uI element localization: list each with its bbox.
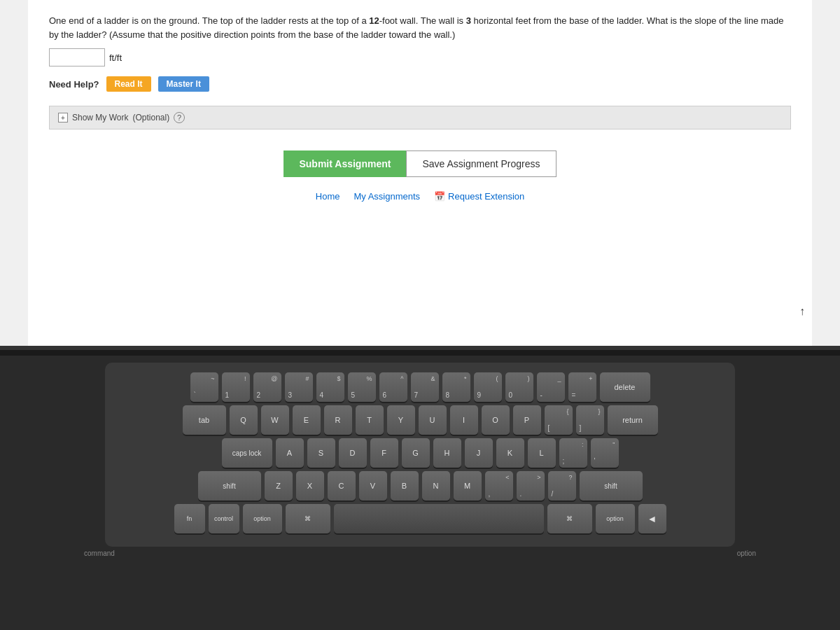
key-slash[interactable]: ?/ xyxy=(548,471,576,500)
key-i[interactable]: I xyxy=(450,405,478,435)
answer-input[interactable] xyxy=(49,48,105,66)
key-s[interactable]: S xyxy=(307,438,335,468)
answer-row: ft/ft xyxy=(49,48,791,66)
nav-row: Home My Assignments 📅 Request Extension xyxy=(49,191,791,202)
action-buttons-row: Submit Assignment Save Assignment Progre… xyxy=(49,150,791,177)
bottom-row: fn control option ⌘ ⌘ option ◄ xyxy=(116,504,724,533)
key-o[interactable]: O xyxy=(482,405,510,435)
show-my-work-qualifier: (Optional) xyxy=(132,113,169,122)
key-p[interactable]: P xyxy=(513,405,541,435)
key-0[interactable]: )0 xyxy=(505,372,533,402)
keyboard-area: ~` !1 @2 #3 $4 %5 ^6 &7 *8 (9 )0 _- += d… xyxy=(0,356,840,630)
key-minus[interactable]: _- xyxy=(537,372,565,402)
key-u[interactable]: U xyxy=(419,405,447,435)
need-help-label: Need Help? xyxy=(49,79,99,90)
key-f[interactable]: F xyxy=(370,438,398,468)
key-2[interactable]: @2 xyxy=(253,372,281,402)
key-n[interactable]: N xyxy=(422,471,450,500)
delete-key[interactable]: delete xyxy=(600,372,650,402)
key-z[interactable]: Z xyxy=(265,471,293,500)
key-9[interactable]: (9 xyxy=(474,372,502,402)
home-link[interactable]: Home xyxy=(316,191,340,202)
key-e[interactable]: E xyxy=(293,405,321,435)
space-key[interactable] xyxy=(334,504,544,533)
calendar-icon: 📅 xyxy=(434,191,445,202)
key-b[interactable]: B xyxy=(391,471,419,500)
key-8[interactable]: *8 xyxy=(442,372,470,402)
tab-key[interactable]: tab xyxy=(183,405,226,435)
right-option-key[interactable]: option xyxy=(596,504,635,533)
key-j[interactable]: J xyxy=(465,438,493,468)
key-semicolon[interactable]: :; xyxy=(559,438,587,468)
screen-content: One end of a ladder is on the ground. Th… xyxy=(28,0,812,346)
scroll-arrow: ↑ xyxy=(799,305,805,318)
key-w[interactable]: W xyxy=(261,405,289,435)
left-shift-key[interactable]: shift xyxy=(198,471,261,500)
key-6[interactable]: ^6 xyxy=(379,372,407,402)
command-label: command xyxy=(84,550,115,557)
laptop-screen: One end of a ladder is on the ground. Th… xyxy=(0,0,840,350)
key-4[interactable]: $4 xyxy=(316,372,344,402)
return-key[interactable]: return xyxy=(608,405,658,435)
caps-lock-key[interactable]: caps lock xyxy=(222,438,272,468)
right-command-key[interactable]: ⌘ xyxy=(547,504,592,533)
save-progress-button[interactable]: Save Assignment Progress xyxy=(406,150,556,177)
key-m[interactable]: M xyxy=(454,471,482,500)
screen-bezel xyxy=(0,350,840,356)
unit-label: ft/ft xyxy=(109,52,122,63)
key-q[interactable]: Q xyxy=(230,405,258,435)
key-1[interactable]: !1 xyxy=(222,372,250,402)
key-bracket-open[interactable]: {[ xyxy=(545,405,573,435)
key-v[interactable]: V xyxy=(359,471,387,500)
left-command-key[interactable]: ⌘ xyxy=(286,504,330,533)
key-r[interactable]: R xyxy=(324,405,352,435)
asdf-row: caps lock A S D F G H J K L :; "' xyxy=(116,438,724,468)
left-option-key[interactable]: option xyxy=(243,504,282,533)
request-extension-link[interactable]: 📅 Request Extension xyxy=(434,191,524,202)
qwerty-row: tab Q W E R T Y U I O P {[ }] return xyxy=(116,405,724,435)
key-bracket-close[interactable]: }] xyxy=(576,405,604,435)
key-3[interactable]: #3 xyxy=(285,372,313,402)
key-d[interactable]: D xyxy=(339,438,367,468)
master-it-button[interactable]: Master It xyxy=(158,76,209,92)
number-row: ~` !1 @2 #3 $4 %5 ^6 &7 *8 (9 )0 _- += d… xyxy=(116,372,724,402)
keyboard-bottom-labels: command option xyxy=(14,550,826,557)
key-quote[interactable]: "' xyxy=(591,438,619,468)
right-shift-key[interactable]: shift xyxy=(580,471,643,500)
key-k[interactable]: K xyxy=(496,438,524,468)
show-my-work-section[interactable]: + Show My Work (Optional) ? xyxy=(49,106,791,130)
key-l[interactable]: L xyxy=(528,438,556,468)
key-c[interactable]: C xyxy=(328,471,356,500)
read-it-button[interactable]: Read It xyxy=(106,76,151,92)
keyboard: ~` !1 @2 #3 $4 %5 ^6 &7 *8 (9 )0 _- += d… xyxy=(105,363,735,547)
left-arrow-key[interactable]: ◄ xyxy=(638,504,666,533)
key-y[interactable]: Y xyxy=(387,405,415,435)
help-icon[interactable]: ? xyxy=(174,112,185,123)
submit-assignment-button[interactable]: Submit Assignment xyxy=(284,150,406,177)
control-key[interactable]: control xyxy=(209,504,239,533)
show-my-work-toggle[interactable]: + xyxy=(58,113,68,122)
key-tilde[interactable]: ~` xyxy=(190,372,218,402)
zxcv-row: shift Z X C V B N M <, >. ?/ shift xyxy=(116,471,724,500)
key-period[interactable]: >. xyxy=(517,471,545,500)
key-g[interactable]: G xyxy=(402,438,430,468)
option-label: option xyxy=(737,550,756,557)
need-help-row: Need Help? Read It Master It xyxy=(49,76,791,92)
key-t[interactable]: T xyxy=(356,405,384,435)
fn-key[interactable]: fn xyxy=(174,504,205,533)
key-h[interactable]: H xyxy=(433,438,461,468)
problem-text: One end of a ladder is on the ground. Th… xyxy=(49,14,791,41)
key-a[interactable]: A xyxy=(276,438,304,468)
my-assignments-link[interactable]: My Assignments xyxy=(354,191,420,202)
key-5[interactable]: %5 xyxy=(348,372,376,402)
key-x[interactable]: X xyxy=(296,471,324,500)
key-equals[interactable]: += xyxy=(568,372,596,402)
key-7[interactable]: &7 xyxy=(411,372,439,402)
show-my-work-label: Show My Work xyxy=(72,113,128,122)
key-comma[interactable]: <, xyxy=(485,471,513,500)
